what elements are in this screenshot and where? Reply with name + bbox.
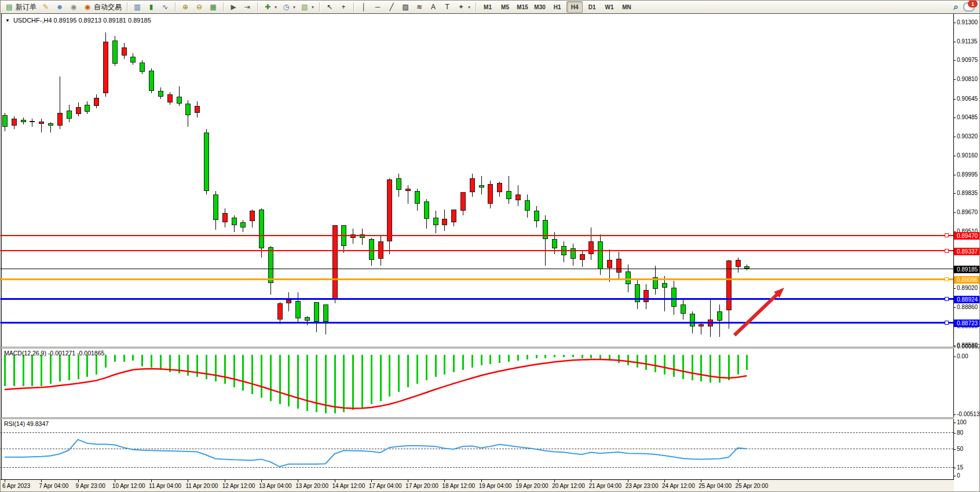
rsi-label: RSI(14) 49.8347 — [4, 420, 49, 427]
zoom-in-button[interactable]: ⊕ — [178, 1, 192, 13]
candle-body — [85, 105, 90, 112]
macd-bar — [169, 355, 171, 372]
horizontal-line[interactable] — [1, 322, 953, 324]
zoom-out-button[interactable]: ⊖ — [192, 1, 206, 13]
macd-bar — [23, 355, 24, 386]
timeframe-m15-button[interactable]: M15 — [514, 1, 531, 13]
rsi-axis-label: 80 — [957, 429, 963, 436]
time-axis[interactable]: 6 Apr 20237 Apr 04:009 Apr 23:0010 Apr 1… — [1, 480, 954, 492]
horizontal-line-button[interactable]: ─ — [371, 1, 385, 13]
horizontal-line[interactable] — [1, 250, 953, 251]
line-anchor-marker[interactable] — [945, 277, 949, 281]
new-order-button[interactable]: ▤新订单 — [2, 1, 39, 13]
chevron-down-icon[interactable]: ▾ — [293, 5, 295, 10]
chevron-down-icon[interactable]: ▾ — [468, 5, 470, 10]
toolbar-separator — [127, 2, 127, 12]
timeframe-h1-button[interactable]: H1 — [549, 1, 565, 13]
horizontal-line[interactable] — [1, 269, 953, 269]
search-icon[interactable]: ⌕ — [953, 2, 959, 12]
indicators-button[interactable]: ✚▾ — [261, 1, 279, 13]
vertical-line-button[interactable]: │ — [357, 1, 371, 13]
annotation-arrow-head[interactable] — [774, 288, 784, 298]
timeframe-w1-button[interactable]: W1 — [601, 1, 617, 13]
timeframe-d1-button[interactable]: D1 — [584, 1, 600, 13]
candle-wick — [664, 276, 665, 311]
crosshair-button[interactable]: + — [337, 1, 350, 13]
macd-bar — [105, 355, 107, 368]
candle-body — [2, 115, 8, 127]
chevron-down-icon[interactable]: ▾ — [275, 5, 277, 10]
chart-area[interactable]: ▼ USDCHF-,H4 0.89195 0.89213 0.89181 0.8… — [1, 13, 980, 492]
candle-body — [736, 260, 741, 267]
line-anchor-marker[interactable] — [945, 233, 949, 237]
chat-icon[interactable]: 1 — [963, 2, 975, 12]
symbol-info-line[interactable]: ▼ USDCHF-,H4 0.89195 0.89213 0.89181 0.8… — [5, 17, 151, 24]
fibonacci-button[interactable]: ≋ — [412, 1, 426, 13]
candlestick-button[interactable]: ▮ — [144, 1, 158, 13]
macd-axis-label: -0.00513 — [957, 411, 979, 417]
horizontal-line[interactable] — [1, 298, 953, 300]
macd-bar — [590, 355, 592, 358]
line-chart-icon: ∿ — [160, 2, 170, 12]
line-anchor-marker[interactable] — [945, 297, 949, 301]
templates-button[interactable]: ▧▾ — [298, 1, 316, 13]
rsi-axis-label-tick — [954, 476, 956, 476]
auto-scroll-button[interactable]: ▶ — [226, 1, 240, 13]
time-label: 20 Apr 12:00 — [552, 483, 585, 489]
toolbar-separator — [476, 2, 476, 12]
price-tick-label-tick — [954, 118, 956, 118]
candle-body — [515, 194, 521, 200]
price-tick-label: 0.91300 — [957, 19, 978, 25]
time-tick — [78, 480, 79, 482]
chevron-down-icon[interactable]: ▾ — [312, 5, 314, 10]
macd-pane-separator[interactable] — [1, 347, 954, 348]
horizontal-line[interactable] — [1, 278, 953, 280]
label-button[interactable]: T — [440, 1, 454, 13]
chart-left-border — [1, 14, 2, 480]
price-tick-label: 0.88860 — [957, 304, 978, 310]
rsi-pane-separator[interactable] — [1, 417, 954, 419]
periods-button[interactable]: ◷▾ — [279, 1, 298, 13]
timeframe-mn-button[interactable]: MN — [619, 1, 635, 13]
chart-shift-button[interactable]: ⇥ — [240, 1, 254, 13]
cursor-icon: ↖ — [325, 2, 334, 12]
profile-button[interactable]: ☻ — [53, 1, 67, 13]
timeframe-m5-button[interactable]: M5 — [497, 1, 513, 13]
fibonacci-icon: ≋ — [415, 2, 424, 12]
tile-windows-button[interactable]: ▦ — [206, 1, 220, 13]
price-tick-label: 0.90485 — [957, 114, 978, 120]
signal-button[interactable]: ◉ — [67, 1, 81, 13]
macd-bar — [416, 355, 418, 384]
rsi-axis-label: 15 — [957, 464, 963, 471]
macd-bar — [526, 355, 528, 359]
cursor-button[interactable]: ↖ — [323, 1, 337, 13]
timeframe-m30-button[interactable]: M30 — [532, 1, 548, 13]
periods-icon: ◷ — [281, 2, 291, 12]
styler-button[interactable]: ✎ — [39, 1, 53, 13]
line-anchor-marker[interactable] — [945, 321, 949, 325]
macd-bar — [499, 355, 500, 363]
rsi-level-50 — [1, 449, 953, 449]
macd-bar — [481, 355, 482, 365]
bar-chart-button[interactable]: ▥ — [130, 1, 144, 13]
candle-body — [497, 183, 502, 192]
time-label: 19 Apr 04:00 — [479, 483, 512, 489]
macd-bar — [279, 355, 281, 404]
trendline-button[interactable]: ╱ — [385, 1, 398, 13]
horizontal-line[interactable] — [1, 235, 953, 236]
line-chart-button[interactable]: ∿ — [158, 1, 172, 13]
auto-trading-button[interactable]: ◉自动交易 — [81, 1, 124, 13]
candle-body — [305, 317, 310, 321]
channel-button[interactable]: ▨ — [398, 1, 412, 13]
candle-body — [130, 57, 136, 63]
line-anchor-marker[interactable] — [945, 249, 949, 253]
chevron-down-icon[interactable]: ▼ — [5, 18, 10, 23]
timeframe-h4-button[interactable]: H4 — [566, 1, 583, 13]
candle-body — [470, 178, 475, 192]
arrows-button[interactable]: ✦▾ — [454, 1, 473, 13]
price-tick-label: 0.89835 — [957, 190, 978, 196]
timeframe-m1-button[interactable]: M1 — [480, 1, 496, 13]
indicator-lines-svg — [1, 13, 980, 492]
price-axis[interactable]: 0.913000.911350.909750.908100.906450.904… — [954, 14, 980, 492]
text-button[interactable]: A — [426, 1, 440, 13]
